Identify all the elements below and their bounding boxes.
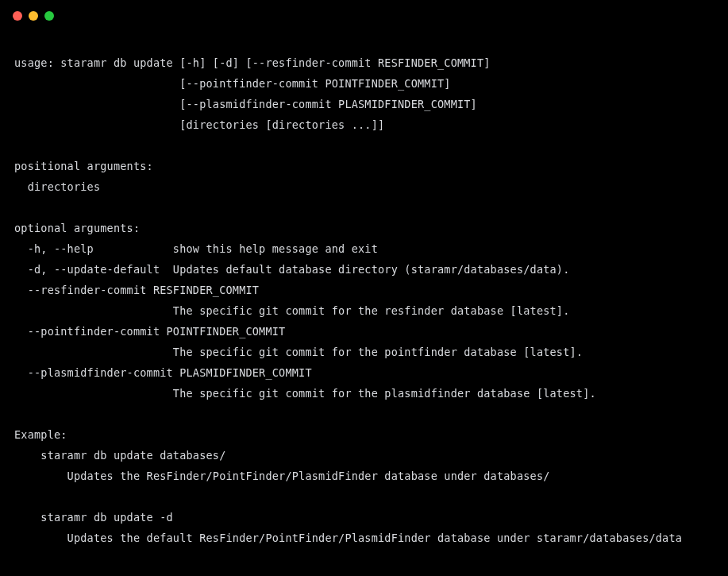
optional-arg: --resfinder-commit RESFINDER_COMMIT bbox=[14, 284, 259, 296]
terminal-output: usage: staramr db update [-h] [-d] [--re… bbox=[0, 32, 728, 562]
example-line: staramr db update -d bbox=[14, 511, 173, 524]
optional-arg: --pointfinder-commit POINTFINDER_COMMIT bbox=[14, 325, 285, 338]
minimize-icon[interactable] bbox=[29, 11, 38, 21]
optional-arg: The specific git commit for the resfinde… bbox=[14, 304, 570, 317]
optional-arg: -h, --help show this help message and ex… bbox=[14, 242, 378, 255]
usage-line: [--plasmidfinder-commit PLASMIDFINDER_CO… bbox=[14, 98, 477, 110]
example-line: staramr db update databases/ bbox=[14, 449, 226, 462]
optional-arg: The specific git commit for the plasmidf… bbox=[14, 387, 596, 400]
maximize-icon[interactable] bbox=[44, 11, 54, 21]
usage-line: [directories [directories ...]] bbox=[14, 118, 384, 131]
section-header: positional arguments: bbox=[14, 160, 153, 172]
example-line: Updates the default ResFinder/PointFinde… bbox=[14, 532, 682, 544]
section-header: optional arguments: bbox=[14, 222, 140, 234]
terminal-window: usage: staramr db update [-h] [-d] [--re… bbox=[0, 0, 728, 576]
optional-arg: The specific git commit for the pointfin… bbox=[14, 346, 583, 358]
titlebar bbox=[0, 0, 728, 32]
optional-arg: -d, --update-default Updates default dat… bbox=[14, 263, 570, 276]
usage-line: [--pointfinder-commit POINTFINDER_COMMIT… bbox=[14, 77, 451, 90]
optional-arg: --plasmidfinder-commit PLASMIDFINDER_COM… bbox=[14, 366, 312, 379]
positional-arg: directories bbox=[14, 180, 100, 193]
traffic-lights bbox=[13, 11, 54, 21]
close-icon[interactable] bbox=[13, 11, 22, 21]
section-header: Example: bbox=[14, 428, 67, 441]
usage-line: usage: staramr db update [-h] [-d] [--re… bbox=[14, 56, 491, 69]
example-line: Updates the ResFinder/PointFinder/Plasmi… bbox=[14, 470, 550, 482]
